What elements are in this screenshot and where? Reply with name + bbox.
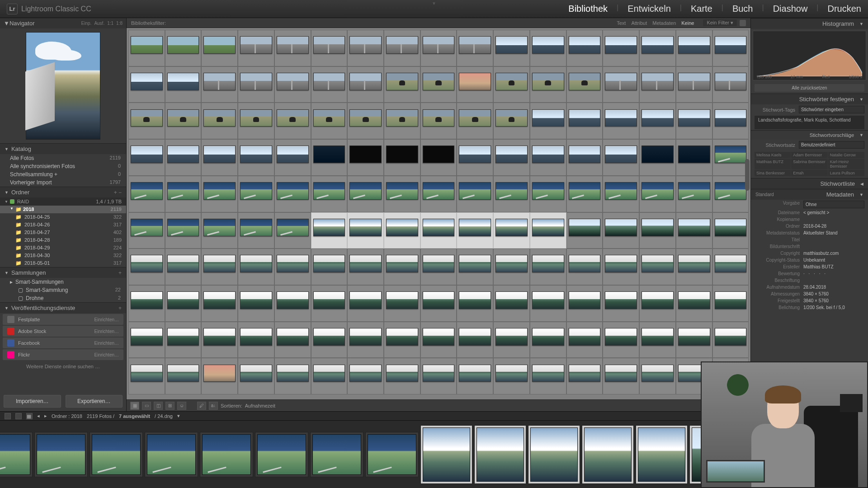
- module-buch[interactable]: Buch: [732, 4, 753, 14]
- folder-date[interactable]: 📁2018-04-30322: [0, 252, 126, 259]
- keyword-suggestion[interactable]: Karl-Heinz Bernisser: [828, 159, 864, 169]
- grid-thumbnail[interactable]: [165, 139, 202, 176]
- keyword-suggestions-header[interactable]: Stichwortvorschläge ▼: [751, 130, 868, 140]
- keyword-suggestion[interactable]: Matthias BUTZ: [755, 159, 791, 169]
- grid-thumbnail[interactable]: [603, 66, 639, 103]
- grid-thumbnail[interactable]: [347, 358, 384, 394]
- collection-item[interactable]: ▢Drohne2: [0, 294, 126, 302]
- grid-thumbnail[interactable]: [238, 139, 274, 176]
- grid-thumbnail[interactable]: [347, 322, 384, 358]
- grid-thumbnail[interactable]: [238, 103, 274, 139]
- grid-thumbnail[interactable]: [128, 103, 165, 139]
- grid-thumbnail[interactable]: [128, 322, 165, 358]
- grid-thumbnail[interactable]: [420, 103, 457, 139]
- grid-thumbnail[interactable]: [493, 212, 530, 249]
- nav-back-icon[interactable]: ◂: [37, 413, 40, 419]
- grid-thumbnail[interactable]: [420, 285, 457, 322]
- filmstrip-thumbnail[interactable]: [0, 432, 33, 477]
- keyword-suggestion[interactable]: Laura Pullson: [828, 170, 864, 176]
- grid-thumbnail[interactable]: [347, 176, 384, 212]
- grid-thumbnail[interactable]: [676, 176, 712, 212]
- nav-fwd-icon[interactable]: ▸: [44, 413, 47, 419]
- grid-thumbnail[interactable]: [165, 103, 202, 139]
- metadata-value[interactable]: Aktuellster Stand: [803, 230, 864, 235]
- filmstrip-thumbnail[interactable]: [474, 425, 526, 484]
- grid-thumbnail[interactable]: [493, 66, 530, 103]
- grid-thumbnail[interactable]: [347, 285, 384, 322]
- grid-thumbnail[interactable]: [603, 103, 639, 139]
- grid-thumbnail[interactable]: [420, 176, 457, 212]
- folder-date[interactable]: 📁2018-04-28189: [0, 236, 126, 244]
- filter-tab[interactable]: Attribut: [631, 20, 647, 26]
- metadata-preset-value[interactable]: Ohne: [803, 201, 864, 208]
- grid-thumbnail[interactable]: [457, 66, 493, 103]
- grid-thumbnail[interactable]: [457, 322, 493, 358]
- filmstrip-thumbnail[interactable]: [310, 432, 363, 477]
- grid-thumbnail[interactable]: [420, 249, 457, 285]
- second-window-2-button[interactable]: [15, 413, 22, 419]
- grid-thumbnail[interactable]: [347, 212, 384, 249]
- module-diashow[interactable]: Diashow: [773, 4, 808, 14]
- grid-thumbnail[interactable]: [676, 30, 712, 66]
- view-people-button[interactable]: ☺: [177, 402, 186, 410]
- grid-thumbnail[interactable]: [493, 358, 530, 394]
- grid-thumbnail[interactable]: [566, 139, 603, 176]
- grid-thumbnail[interactable]: [603, 249, 639, 285]
- grid-thumbnail[interactable]: [603, 212, 639, 249]
- zoom-level[interactable]: 1:1: [107, 21, 113, 26]
- grid-thumbnail[interactable]: [420, 30, 457, 66]
- volume-row[interactable]: ▼ RAID 1,4 / 1,9 TB: [0, 197, 126, 206]
- module-karte[interactable]: Karte: [691, 4, 712, 14]
- grid-thumbnail[interactable]: [457, 358, 493, 394]
- import-button[interactable]: Importieren…: [4, 395, 61, 408]
- grid-thumbnail[interactable]: [311, 249, 348, 285]
- grid-thumbnail[interactable]: [603, 139, 639, 176]
- grid-thumbnail[interactable]: [274, 358, 311, 394]
- keyword-set-dropdown[interactable]: Benutzerdefiniert: [799, 141, 864, 149]
- metadata-preset-dropdown[interactable]: Standard: [755, 192, 774, 197]
- export-button[interactable]: Exportieren…: [66, 395, 123, 408]
- grid-thumbnail[interactable]: [165, 30, 202, 66]
- grid-thumbnail[interactable]: [530, 285, 566, 322]
- zoom-level[interactable]: 1:8: [116, 21, 123, 26]
- grid-thumbnail[interactable]: [676, 212, 712, 249]
- grid-thumbnail[interactable]: [566, 176, 603, 212]
- folder-date[interactable]: 📁2018-04-25322: [0, 213, 126, 221]
- metadata-value[interactable]: < gemischt >: [803, 210, 864, 215]
- grid-thumbnail[interactable]: [420, 139, 457, 176]
- metadata-value[interactable]: 1/200 Sek. bei f / 5,0: [803, 305, 864, 310]
- metadata-header[interactable]: Standard Metadaten ▼: [751, 189, 868, 200]
- folder-date[interactable]: 📁2018-05-01317: [0, 259, 126, 267]
- grid-thumbnail[interactable]: [311, 30, 348, 66]
- metadata-value[interactable]: [803, 278, 864, 283]
- add-publish-icon[interactable]: +: [118, 305, 122, 311]
- metadata-value[interactable]: 28.04.2018: [803, 285, 864, 290]
- filter-preset-dropdown[interactable]: Kein Filter ▾: [703, 19, 737, 26]
- grid-thumbnail[interactable]: [712, 103, 749, 139]
- view-compare-button[interactable]: ◫: [154, 402, 163, 410]
- metadata-value[interactable]: · · · · ·: [803, 271, 864, 276]
- grid-thumbnail[interactable]: [639, 249, 676, 285]
- catalog-item[interactable]: Alle synchronisierten Fotos0: [0, 162, 126, 170]
- grid-thumbnail[interactable]: [457, 212, 493, 249]
- grid-thumbnail[interactable]: [201, 212, 238, 249]
- grid-view[interactable]: [127, 28, 750, 399]
- grid-thumbnail[interactable]: [676, 103, 712, 139]
- module-bibliothek[interactable]: Bibliothek: [568, 4, 608, 14]
- grid-thumbnail[interactable]: [384, 358, 420, 394]
- grid-thumbnail[interactable]: [639, 322, 676, 358]
- folders-header[interactable]: ▼ Ordner + −: [0, 187, 126, 197]
- grid-thumbnail[interactable]: [274, 249, 311, 285]
- metadata-value[interactable]: [803, 237, 864, 242]
- zoom-level[interactable]: Einp.: [81, 21, 92, 26]
- metadata-value[interactable]: matthiasbutz.com: [803, 251, 864, 256]
- grid-thumbnail[interactable]: [712, 66, 749, 103]
- keyword-suggestion[interactable]: Adam Bernisser: [791, 152, 827, 158]
- grid-thumbnail[interactable]: [712, 322, 749, 358]
- grid-thumbnail[interactable]: [712, 30, 749, 66]
- filmstrip-thumbnail[interactable]: [636, 425, 688, 484]
- grid-thumbnail[interactable]: [603, 30, 639, 66]
- grid-thumbnail[interactable]: [201, 249, 238, 285]
- grid-thumbnail[interactable]: [384, 103, 420, 139]
- grid-thumbnail[interactable]: [493, 103, 530, 139]
